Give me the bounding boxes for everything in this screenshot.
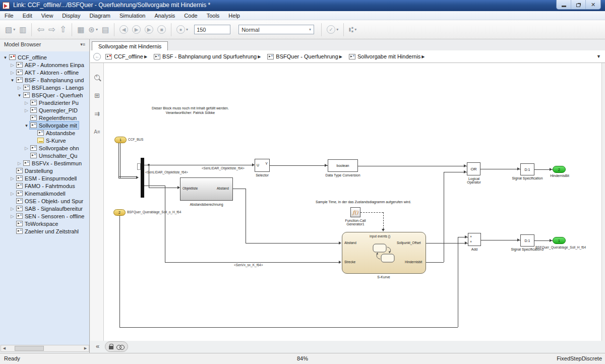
breadcrumb-item-bsfquer[interactable]: BSFQuer - Querfuehrung▶ (267, 53, 345, 59)
menu-display[interactable]: Display (57, 11, 85, 20)
run-button[interactable]: ▶ (130, 24, 143, 35)
back-button[interactable]: ⇦ (35, 23, 46, 36)
close-button[interactable]: ✕ (586, 0, 600, 9)
tree-item-bsflaengs[interactable]: ▷BSFLaengs - Laengs (0, 84, 89, 91)
up-button[interactable]: ⇧ (57, 23, 69, 36)
expander-icon[interactable]: ▾ (9, 78, 16, 83)
collapse-panel-icon[interactable]: « (96, 342, 99, 350)
scrollbar-thumb[interactable] (15, 346, 44, 351)
step-forward-button[interactable]: ▶ (143, 24, 155, 35)
tree-item-umschalter[interactable]: Umschalter_Qu (0, 152, 89, 159)
expander-icon[interactable]: ▷ (16, 161, 23, 166)
tree-item-zaehler[interactable]: Zaehler und Zeitstrahl (0, 227, 89, 235)
breadcrumb-dropdown-icon[interactable]: ▼ (596, 54, 601, 59)
model-browser-header: Model Browser ▾≡ (0, 41, 89, 50)
signal-routing-icon[interactable]: ⇉ (90, 107, 104, 119)
expander-icon[interactable]: ▷ (9, 191, 16, 196)
tree-item-s-kurve[interactable]: S-Kurve (0, 137, 89, 144)
new-model-button[interactable]: ▧▾ (3, 24, 17, 35)
model-browser-title: Model Browser (4, 41, 41, 47)
tree-item-sab[interactable]: ▷SAB - Signalaufbereitur (0, 205, 89, 212)
tree-item-esm[interactable]: ▷ESM - Einspurmodell (0, 174, 89, 182)
tree-item-bsfvx[interactable]: ▷BSFVx - Bestimmun (0, 159, 89, 167)
annotation-icon[interactable]: A≡ (90, 126, 104, 138)
tree-horizontal-scrollbar[interactable]: ◀ ▶ (1, 345, 89, 352)
tree-item-bsfquer[interactable]: ▾BSFQuer - Querfueh (0, 91, 89, 99)
expander-icon[interactable]: ▷ (16, 85, 23, 90)
menu-help[interactable]: Help (224, 11, 245, 20)
lock-link-badge[interactable] (105, 341, 128, 352)
stop-button[interactable]: ■ (155, 24, 168, 35)
tree-item-bsf[interactable]: ▾BSF - Bahnplanung und (0, 76, 89, 84)
subsystem-icon (16, 70, 23, 75)
status-bar: Ready 84% FixedStepDiscrete (0, 353, 605, 364)
simulation-mode-select[interactable]: Normal ▾ (238, 25, 314, 34)
stop-time-input[interactable] (194, 25, 230, 34)
forward-button[interactable]: ⇨ (46, 23, 57, 36)
expander-icon[interactable]: ▷ (9, 176, 16, 181)
fit-to-view-icon[interactable]: ⊞ (90, 89, 104, 101)
diagram-canvas[interactable] (104, 63, 601, 341)
expander-icon[interactable]: ▾ (16, 93, 23, 98)
tab-sollvorgabe-mit-hindernis[interactable]: Sollvorgabe mit Hindernis (92, 41, 168, 50)
menu-file[interactable]: File (0, 11, 18, 20)
expander-icon[interactable]: ▷ (9, 63, 16, 68)
restore-button[interactable] (571, 0, 586, 9)
tree-item-regelentfernung[interactable]: Regelentfernun (0, 114, 89, 122)
canvas-right-scrollbar[interactable] (601, 63, 605, 341)
subsystem-icon (23, 85, 30, 90)
breadcrumb-item-ccf-offline[interactable]: CCF_offline▶ (105, 53, 150, 59)
menu-tools[interactable]: Tools (202, 11, 224, 20)
breadcrumb-separator-icon: ▶ (144, 54, 147, 59)
build-button[interactable]: ⑆▾ (347, 24, 358, 35)
update-diagram-button[interactable]: ✓▾ (325, 24, 340, 35)
scroll-right-icon[interactable]: ▶ (82, 346, 89, 350)
tree-item-akt[interactable]: ▷AKT - Aktoren - offline (0, 69, 89, 76)
tree-item-darstellung[interactable]: Darstellung (0, 167, 89, 174)
expander-icon[interactable]: ▾ (2, 55, 9, 60)
minimize-button[interactable] (557, 0, 571, 9)
tree-item-kinematikmodell[interactable]: ▷Kinematikmodell (0, 190, 89, 197)
lock-icon (109, 346, 113, 349)
expander-icon[interactable]: ▾ (23, 123, 30, 128)
solver-name: FixedStepDiscrete (557, 355, 602, 361)
tree-item-ccf-offline[interactable]: ▾CCF_offline (0, 53, 89, 61)
breadcrumb-item-bsf[interactable]: BSF - Bahnplanung und Spurfuehrung▶ (153, 53, 264, 59)
menu-analysis[interactable]: Analysis (150, 11, 179, 20)
record-button[interactable]: ●▾ (174, 24, 190, 35)
step-back-button[interactable]: ◀ (117, 24, 130, 35)
subsystem-icon (16, 198, 23, 204)
tree-item-praedizierter[interactable]: ▷Praedizierter Pu (0, 99, 89, 106)
breadcrumb-back-icon[interactable]: ← (93, 53, 101, 60)
expander-icon[interactable]: ▷ (23, 100, 30, 105)
menu-edit[interactable]: Edit (18, 11, 37, 20)
expander-icon[interactable]: ▷ (9, 206, 16, 211)
save-button[interactable]: ▥ (17, 24, 28, 35)
tree-item-aep[interactable]: ▷AEP - Autonomes Einpa (0, 61, 89, 69)
model-browser-panel: Model Browser ▾≡ ▾CCF_offline ▷AEP - Aut… (0, 39, 90, 353)
panel-menu-icon[interactable]: ▾≡ (80, 42, 85, 47)
expander-icon[interactable]: ▷ (23, 108, 30, 113)
menu-diagram[interactable]: Diagram (85, 11, 115, 20)
tree-item-toworkspace[interactable]: ToWorkspace (0, 220, 89, 227)
menu-view[interactable]: View (37, 11, 58, 20)
expander-icon[interactable]: ▷ (9, 70, 16, 75)
tree-item-famo[interactable]: FAMO - Fahrtmodus (0, 182, 89, 190)
tree-item-sen[interactable]: ▷SEN - Sensoren - offline (0, 212, 89, 220)
tree-item-querregler[interactable]: ▷Querregler_PID (0, 106, 89, 114)
model-explorer-button[interactable]: ▤ (100, 24, 111, 35)
library-browser-button[interactable]: ▦ (75, 24, 86, 35)
toolbar-separator (343, 23, 344, 36)
tree-item-sollvorgabe-mit[interactable]: ▾Sollvorgabe mit (0, 122, 89, 129)
zoom-icon[interactable] (90, 71, 104, 83)
menu-simulation[interactable]: Simulation (115, 11, 150, 20)
tree-item-abstandsberechnung[interactable]: Abstandsbe (0, 129, 89, 137)
breadcrumb-item-sollvorgabe[interactable]: Sollvorgabe mit Hindernis▶ (348, 53, 428, 59)
tree-item-ose[interactable]: OSE - Objekt- und Spur (0, 197, 89, 205)
scroll-left-icon[interactable]: ◀ (1, 346, 8, 350)
tree-item-sollvorgabe-ohne[interactable]: ▷Sollvorgabe ohn (0, 144, 89, 152)
expander-icon[interactable]: ▷ (9, 214, 16, 219)
configuration-button[interactable]: ⊛▾ (86, 24, 100, 35)
expander-icon[interactable]: ▷ (23, 146, 30, 151)
menu-code[interactable]: Code (179, 11, 202, 20)
